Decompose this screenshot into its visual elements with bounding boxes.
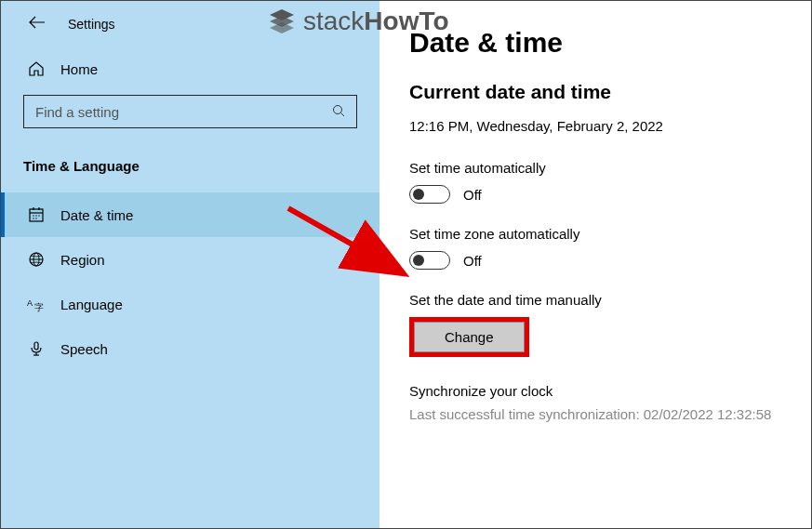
svg-text:字: 字	[34, 302, 44, 312]
nav-item-region[interactable]: Region	[1, 237, 379, 282]
search-input[interactable]: Find a setting	[23, 95, 357, 128]
svg-point-9	[33, 218, 33, 218]
main-content: Date & time Current date and time 12:16 …	[379, 1, 811, 528]
home-icon	[27, 60, 46, 78]
auto-time-state: Off	[463, 187, 482, 203]
layers-icon	[266, 6, 298, 37]
nav-item-language[interactable]: A字 Language	[1, 282, 379, 326]
nav-item-label: Language	[60, 297, 123, 312]
svg-point-0	[334, 105, 342, 113]
svg-line-1	[341, 112, 345, 116]
back-arrow-icon[interactable]	[29, 14, 46, 33]
language-icon: A字	[27, 295, 46, 313]
category-title: Time & Language	[1, 151, 379, 192]
svg-point-6	[33, 215, 33, 216]
current-datetime-value: 12:16 PM, Wednesday, February 2, 2022	[409, 118, 811, 134]
globe-icon	[27, 250, 46, 269]
svg-point-10	[35, 218, 36, 218]
nav-item-label: Region	[60, 252, 105, 268]
settings-title: Settings	[68, 17, 115, 32]
svg-point-8	[38, 215, 39, 216]
auto-time-toggle[interactable]	[409, 185, 450, 204]
sync-info: Last successful time synchronization: 02…	[409, 406, 811, 422]
sync-title: Synchronize your clock	[409, 383, 811, 399]
nav-item-date-time[interactable]: Date & time	[1, 192, 379, 237]
nav-item-speech[interactable]: Speech	[1, 326, 379, 371]
home-label: Home	[60, 61, 98, 77]
search-placeholder: Find a setting	[35, 104, 119, 120]
nav-home[interactable]: Home	[1, 50, 379, 95]
calendar-icon	[27, 205, 46, 224]
svg-rect-16	[34, 342, 38, 350]
page-title: Date & time	[409, 27, 811, 59]
watermark-text: stackHowTo	[303, 7, 449, 36]
auto-zone-toggle[interactable]	[409, 251, 450, 270]
nav-item-label: Speech	[60, 341, 108, 357]
manual-label: Set the date and time manually	[409, 292, 811, 308]
change-button[interactable]: Change	[414, 322, 525, 352]
auto-zone-label: Set time zone automatically	[409, 226, 811, 242]
sidebar: Settings Home Find a setting Time & Lang…	[1, 1, 379, 528]
auto-time-label: Set time automatically	[409, 160, 811, 176]
auto-zone-state: Off	[463, 253, 482, 269]
microphone-icon	[27, 339, 46, 358]
section-current-datetime: Current date and time	[409, 81, 811, 103]
watermark: stackHowTo	[266, 6, 449, 37]
change-button-highlight: Change	[409, 317, 529, 357]
auto-zone-toggle-row: Off	[409, 251, 811, 270]
svg-point-7	[35, 215, 36, 216]
search-icon	[332, 104, 345, 120]
auto-time-toggle-row: Off	[409, 185, 811, 204]
svg-text:A: A	[27, 298, 33, 308]
nav-item-label: Date & time	[60, 207, 133, 223]
